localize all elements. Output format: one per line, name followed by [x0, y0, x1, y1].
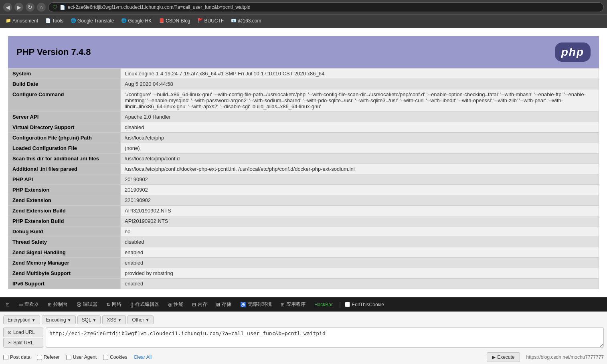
table-key-cell: Build Date — [8, 79, 121, 89]
table-row: Loaded Configuration File(none) — [8, 143, 599, 154]
tools-icon: 📄 — [45, 18, 51, 23]
split-icon: ✂ — [8, 340, 12, 346]
devtools-style-btn[interactable]: {} 样式编辑器 — [128, 300, 162, 309]
editthiscookie-btn[interactable]: EditThisCookie — [345, 302, 384, 307]
devtools-page-btn[interactable]: ⊡ — [3, 301, 12, 308]
other-menu-btn[interactable]: Other ▼ — [127, 315, 154, 324]
table-value-cell: 20190902 — [121, 185, 599, 195]
chevron-down-icon: ▼ — [32, 318, 36, 322]
bookmark-amusement[interactable]: 📁 Amusement — [3, 17, 40, 24]
table-row: Zend Multibyte Supportprovided by mbstri… — [8, 268, 599, 279]
address-bar-text: eci-2ze6ie6rtdjib3wgf1vm.cloudeci1.ichun… — [68, 4, 251, 10]
devtools-viewer-btn[interactable]: ▭ 查看器 — [16, 300, 41, 309]
execute-button[interactable]: ▶ Execute — [487, 352, 520, 362]
post-data-label: Post data — [10, 354, 30, 360]
google-icon: 🌐 — [121, 18, 127, 23]
table-row: PHP API20190902 — [8, 174, 599, 185]
user-agent-checkbox[interactable] — [66, 355, 71, 360]
bookmark-tools[interactable]: 📄 Tools — [43, 17, 66, 24]
post-data-checkbox[interactable] — [3, 355, 8, 360]
referer-group: Referer — [37, 354, 60, 360]
table-row: Zend Memory Managerenabled — [8, 258, 599, 268]
mail-icon: 📧 — [231, 18, 237, 23]
page-icon: 📄 — [60, 5, 65, 10]
bookmark-google-translate[interactable]: 🌐 Google Translate — [68, 17, 116, 24]
table-row: Build DateAug 5 2020 04:44:58 — [8, 79, 599, 89]
table-row: SystemLinux engine-1 4.19.24-7.19.al7.x8… — [8, 69, 599, 79]
cookies-checkbox[interactable] — [103, 355, 108, 360]
table-row: PHP Extension20190902 — [8, 185, 599, 195]
reload-button[interactable]: ↻ — [26, 3, 34, 12]
table-value-cell: provided by mbstring — [121, 268, 599, 279]
bookmark-buuctf[interactable]: 🚩 BUUCTF — [195, 17, 227, 24]
storage-icon: ⊠ — [216, 302, 220, 307]
table-key-cell: Zend Signal Handling — [8, 247, 121, 258]
table-key-cell: System — [8, 69, 121, 79]
devtools-accessibility-btn[interactable]: ♿ 无障碍环境 — [238, 300, 274, 309]
encoding-menu-btn[interactable]: Encoding ▼ — [42, 315, 76, 324]
viewer-icon: ▭ — [18, 302, 23, 307]
table-key-cell: Additional .ini files parsed — [8, 164, 121, 174]
bookmarks-bar: 📁 Amusement 📄 Tools 🌐 Google Translate 🌐… — [0, 14, 607, 26]
table-key-cell: PHP API — [8, 174, 121, 185]
table-value-cell: /usr/local/etc/php/conf.d — [121, 154, 599, 164]
hackbar-url-actions: ⊙ Load URL ✂ Split URL — [3, 328, 43, 348]
table-value-cell: API320190902,NTS — [121, 206, 599, 216]
table-key-cell: Zend Multibyte Support — [8, 268, 121, 279]
referer-checkbox[interactable] — [37, 355, 42, 360]
devtools-memory-btn[interactable]: ⊟ 内存 — [190, 300, 210, 309]
forward-button[interactable]: ▶ — [14, 3, 23, 12]
table-row: PHP Extension BuildAPI20190902,NTS — [8, 216, 599, 226]
devtools-perf-btn[interactable]: ◎ 性能 — [166, 300, 186, 309]
back-button[interactable]: ◀ — [3, 3, 12, 12]
app-icon: ⊞ — [281, 302, 285, 307]
editthiscookie-checkbox[interactable] — [345, 302, 350, 307]
devtools-storage-btn[interactable]: ⊠ 存储 — [214, 300, 234, 309]
load-icon: ⊙ — [8, 330, 12, 335]
table-row: Virtual Directory Supportdisabled — [8, 122, 599, 133]
devtools-network-btn[interactable]: ⇅ 网络 — [104, 300, 124, 309]
cookies-group: Cookies — [103, 354, 127, 360]
table-value-cell: disabled — [121, 237, 599, 247]
csdn-icon: 📕 — [159, 18, 164, 23]
table-key-cell: Zend Extension — [8, 195, 121, 206]
hackbar-tab-btn[interactable]: HackBar — [312, 301, 335, 308]
home-button[interactable]: ⌂ — [37, 3, 46, 12]
php-logo-text: php — [561, 46, 584, 58]
table-value-cell: API20190902,NTS — [121, 216, 599, 226]
table-row: Zend Signal Handlingenabled — [8, 247, 599, 258]
split-url-button[interactable]: ✂ Split URL — [3, 338, 43, 348]
flag-icon: 🚩 — [198, 18, 203, 23]
table-value-cell: Apache 2.0 Handler — [121, 112, 599, 122]
table-value-cell: enabled — [121, 279, 599, 289]
devtools-debugger-btn[interactable]: ⛓ 调试器 — [74, 300, 100, 309]
address-bar[interactable]: 🛡 📄 eci-2ze6ie6rtdjib3wgf1vm.cloudeci1.i… — [48, 2, 604, 12]
table-value-cell: enabled — [121, 258, 599, 268]
toolbar-separator: | — [339, 301, 341, 308]
table-key-cell: Zend Extension Build — [8, 206, 121, 216]
clear-all-link[interactable]: Clear All — [134, 354, 152, 360]
php-header: PHP Version 7.4.8 php — [8, 36, 599, 68]
bookmark-google-hk[interactable]: 🌐 Google HK — [119, 17, 154, 24]
table-row: Scan this dir for additional .ini files/… — [8, 154, 599, 164]
table-value-cell: (none) — [121, 143, 599, 154]
sql-menu-btn[interactable]: SQL ▼ — [77, 315, 101, 324]
url-input[interactable] — [46, 328, 604, 348]
table-value-cell: disabled — [121, 122, 599, 133]
xss-menu-btn[interactable]: XSS ▼ — [102, 315, 126, 324]
bookmark-163[interactable]: 📧 @163.com — [229, 17, 263, 24]
devtools-app-btn[interactable]: ⊞ 应用程序 — [278, 300, 308, 309]
devtools-console-btn[interactable]: ⊞ 控制台 — [45, 300, 70, 309]
debugger-icon: ⛓ — [77, 302, 81, 307]
table-value-cell: Aug 5 2020 04:44:58 — [121, 79, 599, 89]
hackbar-url-row: ⊙ Load URL ✂ Split URL — [3, 328, 604, 348]
table-key-cell: Scan this dir for additional .ini files — [8, 154, 121, 164]
bookmark-csdn[interactable]: 📕 CSDN Blog — [156, 17, 192, 24]
table-value-cell: './configure' '--build=x86_64-linux-gnu'… — [121, 89, 599, 112]
load-url-button[interactable]: ⊙ Load URL — [3, 328, 43, 337]
style-icon: {} — [130, 302, 134, 307]
encryption-menu-btn[interactable]: Encryption ▼ — [3, 315, 40, 324]
hackbar-options-row: Post data Referer User Agent Cookies Cle… — [3, 354, 152, 360]
table-key-cell: Zend Memory Manager — [8, 258, 121, 268]
console-icon: ⊞ — [48, 302, 52, 307]
